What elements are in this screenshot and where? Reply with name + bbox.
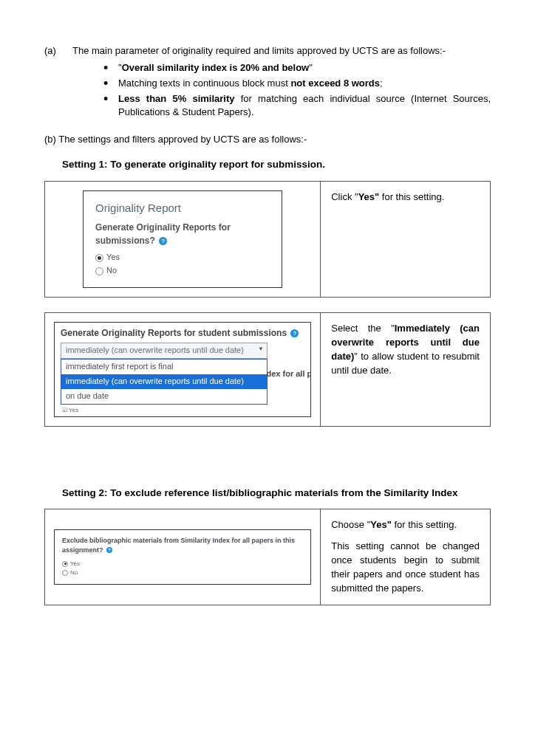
radio-yes[interactable]: Yes — [95, 252, 270, 264]
section-b-text: (b) The settings and filters approved by… — [44, 133, 491, 147]
panel-right-instruction: Choose "Yes" for this setting. This sett… — [321, 509, 490, 604]
timing-question: Generate Originality Reports for student… — [61, 327, 304, 340]
radio-dot-icon — [95, 254, 103, 262]
help-icon[interactable]: ? — [106, 547, 112, 553]
panel-right-instruction: Select the "Immediately (can overwrite r… — [321, 313, 490, 426]
radio-no[interactable]: No — [62, 568, 303, 577]
setting-1-title: Setting 1: To generate originality repor… — [62, 157, 491, 172]
section-a-text: The main parameter of originality requir… — [72, 44, 491, 58]
dropdown-option[interactable]: on due date — [61, 389, 267, 404]
section-a: (a) The main parameter of originality re… — [44, 44, 491, 58]
radio-no[interactable]: No — [95, 265, 270, 277]
panel-left: Originality Report Generate Originality … — [45, 182, 321, 297]
tiny-yes-label: ☑ Yes — [61, 406, 304, 415]
exclude-biblio-box: Exclude bibliographic materials from Sim… — [54, 529, 311, 585]
panel-originality-report: Originality Report Generate Originality … — [44, 181, 491, 298]
section-a-bullets: "Overall similarity index is 20% and bel… — [103, 61, 491, 120]
radio-yes[interactable]: Yes — [62, 560, 303, 568]
panel-exclude-biblio: Exclude bibliographic materials from Sim… — [44, 509, 491, 605]
setting-2-title: Setting 2: To exclude reference list/bib… — [62, 486, 491, 501]
timing-dropdown-list: immediately first report is final immedi… — [61, 359, 268, 405]
help-icon[interactable]: ? — [290, 329, 299, 337]
radio-dot-icon — [62, 561, 68, 567]
bullet-item: Matching texts in continuous block must … — [103, 77, 491, 91]
dropdown-option-selected[interactable]: immediately (can overwrite reports until… — [61, 374, 267, 389]
timing-select[interactable]: immediately (can overwrite reports until… — [61, 343, 268, 359]
section-a-label: (a) — [44, 44, 72, 58]
originality-report-heading: Originality Report — [95, 200, 270, 216]
originality-report-box: Originality Report Generate Originality … — [83, 190, 282, 288]
bullet-item: "Overall similarity index is 20% and bel… — [103, 61, 491, 75]
exclude-question: Exclude bibliographic materials from Sim… — [62, 536, 303, 555]
panel-right-instruction: Click "Yes" for this setting. — [321, 182, 490, 297]
panel-report-timing: Generate Originality Reports for student… — [44, 312, 491, 427]
radio-dot-icon — [95, 267, 103, 275]
bullet-item: Less than 5% similarity for matching eac… — [103, 92, 491, 120]
report-timing-box: Generate Originality Reports for student… — [54, 322, 311, 417]
dropdown-option[interactable]: immediately first report is final — [61, 360, 267, 374]
generate-question: Generate Originality Reports for submiss… — [95, 221, 270, 247]
help-icon[interactable]: ? — [159, 237, 167, 245]
panel-left: Generate Originality Reports for student… — [45, 313, 321, 426]
cropped-text: dex for all p — [266, 368, 311, 380]
radio-dot-icon — [62, 570, 68, 576]
panel-left: Exclude bibliographic materials from Sim… — [45, 509, 321, 604]
